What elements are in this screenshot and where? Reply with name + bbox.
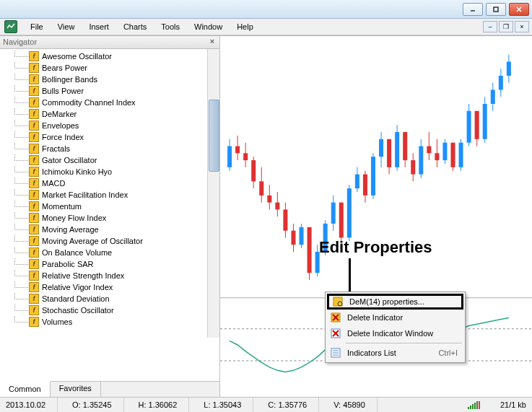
indicator-icon: f <box>29 132 39 142</box>
menu-help[interactable]: Help <box>230 20 261 33</box>
scroll-thumb[interactable] <box>209 100 219 172</box>
mdi-minimize-button[interactable]: – <box>483 21 497 32</box>
ctx-indicators-list[interactable]: Indicators List Ctrl+I <box>327 345 463 361</box>
svg-rect-15 <box>267 196 271 203</box>
svg-rect-13 <box>259 181 263 196</box>
menu-charts[interactable]: Charts <box>116 20 154 33</box>
svg-rect-9 <box>243 153 248 160</box>
svg-rect-59 <box>442 143 447 160</box>
scrollbar[interactable] <box>207 49 219 338</box>
ctx-properties[interactable]: DeM(14) properties... <box>327 294 463 310</box>
maximize-button[interactable] <box>486 3 506 16</box>
indicator-icon: f <box>29 271 39 281</box>
tree-item-label: Volumes <box>42 317 72 326</box>
navigator-close-icon[interactable]: × <box>208 38 217 46</box>
svg-rect-55 <box>427 146 431 154</box>
indicator-icon: f <box>29 317 39 327</box>
navigator-title: Navigator <box>3 38 37 46</box>
svg-rect-41 <box>371 157 375 196</box>
tree-item[interactable]: fMoving Average of Oscillator <box>0 235 219 247</box>
ctx-shortcut: Ctrl+I <box>438 349 463 357</box>
tree-item[interactable]: fGator Oscillator <box>0 154 219 166</box>
tree-item-label: Bollinger Bands <box>42 75 97 84</box>
navigator-panel: Navigator × fAwesome OscillatorfBears Po… <box>0 36 220 397</box>
svg-rect-47 <box>395 132 399 167</box>
status-kb: 21/1 kb <box>500 400 526 409</box>
tree-item-label: Relative Strength Index <box>42 271 124 280</box>
close-button[interactable] <box>509 3 529 16</box>
tree-item[interactable]: fAwesome Oscillator <box>0 51 219 62</box>
tree-item[interactable]: fEnvelopes <box>0 120 219 131</box>
ctx-indicators-list-label: Indicators List <box>347 349 396 357</box>
tree-item[interactable]: fVolumes <box>0 316 219 328</box>
menu-view[interactable]: View <box>51 20 82 33</box>
navigator-tree[interactable]: fAwesome OscillatorfBears PowerfBollinge… <box>0 49 219 381</box>
svg-rect-5 <box>227 146 232 167</box>
svg-rect-43 <box>379 139 383 157</box>
tree-item[interactable]: fMoving Average <box>0 224 219 235</box>
tree-item[interactable]: fRelative Strength Index <box>0 270 219 281</box>
tree-item[interactable]: fBollinger Bands <box>0 74 219 85</box>
tree-item-label: DeMarker <box>42 110 77 118</box>
titlebar <box>0 0 532 19</box>
tab-favorites[interactable]: Favorites <box>51 382 101 397</box>
ctx-properties-label: DeM(14) properties... <box>349 297 424 306</box>
mdi-close-button[interactable]: × <box>515 21 529 32</box>
minimize-button[interactable] <box>463 3 483 16</box>
tree-item[interactable]: fOn Balance Volume <box>0 247 219 258</box>
tree-item[interactable]: fCommodity Channel Index <box>0 97 219 108</box>
tree-item[interactable]: fRelative Vigor Index <box>0 281 219 293</box>
tree-item[interactable]: fIchimoku Kinko Hyo <box>0 166 219 177</box>
tree-item[interactable]: fMACD <box>0 177 219 189</box>
tree-item-label: Force Index <box>42 133 84 141</box>
indicator-icon: f <box>29 155 39 165</box>
svg-rect-37 <box>355 175 359 189</box>
indicator-icon: f <box>29 144 39 154</box>
tree-item-label: Bulls Power <box>42 87 84 95</box>
properties-icon <box>332 296 344 307</box>
ctx-delete-window-label: Delete Indicator Window <box>347 329 433 338</box>
tree-item[interactable]: fBears Power <box>0 62 219 74</box>
tree-item-label: Market Facilitation Index <box>42 190 128 199</box>
ctx-delete-indicator-label: Delete Indicator <box>347 313 403 322</box>
tree-item-label: Stochastic Oscillator <box>42 306 114 315</box>
svg-rect-19 <box>283 209 287 230</box>
svg-rect-7 <box>235 146 240 154</box>
tree-item[interactable]: fMarket Facilitation Index <box>0 189 219 201</box>
tree-item[interactable]: fMomentum <box>0 201 219 212</box>
menu-file[interactable]: File <box>23 20 51 33</box>
ctx-delete-window[interactable]: Delete Indicator Window <box>327 325 463 341</box>
tree-item[interactable]: fDeMarker <box>0 108 219 120</box>
menu-tools[interactable]: Tools <box>154 20 187 33</box>
tree-item-label: Relative Vigor Index <box>42 283 113 292</box>
status-close: C: 1.35776 <box>268 398 319 412</box>
svg-rect-21 <box>291 231 295 245</box>
connection-bars-icon <box>468 400 480 409</box>
svg-rect-31 <box>331 203 336 224</box>
ctx-delete-indicator[interactable]: Delete Indicator <box>327 310 463 325</box>
tree-item-label: Moving Average <box>42 225 99 234</box>
indicator-icon: f <box>29 167 39 177</box>
tab-common[interactable]: Common <box>0 381 51 397</box>
tree-item[interactable]: fForce Index <box>0 131 219 143</box>
tree-item[interactable]: fMoney Flow Index <box>0 212 219 224</box>
app-icon <box>4 20 17 33</box>
status-low: L: 1.35043 <box>204 398 253 412</box>
tree-item-label: Commodity Channel Index <box>42 98 136 107</box>
svg-rect-49 <box>403 132 407 160</box>
tree-item-label: Money Flow Index <box>42 214 106 222</box>
svg-rect-65 <box>467 111 471 143</box>
menu-window[interactable]: Window <box>187 20 230 33</box>
tree-item[interactable]: fParabolic SAR <box>0 258 219 270</box>
indicator-icon: f <box>29 109 39 119</box>
annotation-label: Edit Properties <box>319 238 432 257</box>
context-menu: DeM(14) properties... Delete Indicator D… <box>325 292 466 363</box>
tree-item[interactable]: fStandard Deviation <box>0 293 219 304</box>
tree-item[interactable]: fBulls Power <box>0 85 219 97</box>
tree-item[interactable]: fStochastic Oscillator <box>0 304 219 316</box>
svg-rect-73 <box>499 76 503 90</box>
menu-insert[interactable]: Insert <box>82 20 116 33</box>
mdi-restore-button[interactable]: ❐ <box>499 21 513 32</box>
indicator-icon: f <box>29 120 39 131</box>
tree-item[interactable]: fFractals <box>0 143 219 154</box>
